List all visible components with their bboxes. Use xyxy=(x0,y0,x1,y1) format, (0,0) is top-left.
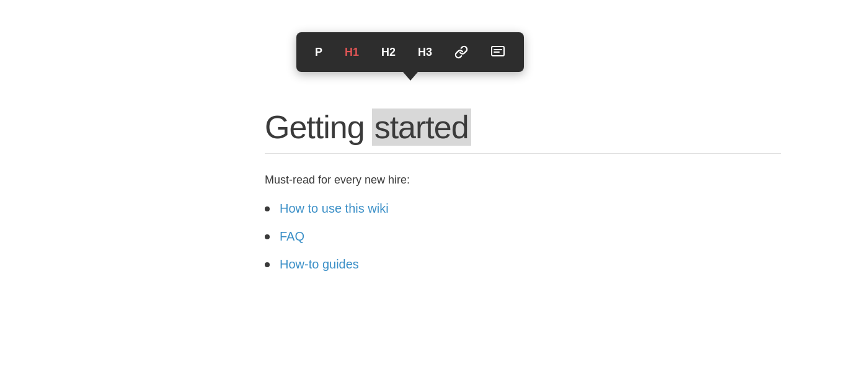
page-subtitle: Must-read for every new hire: xyxy=(265,174,781,187)
main-content: Getting started Must-read for every new … xyxy=(265,108,781,285)
list-item: How-to guides xyxy=(265,257,781,272)
bullet-dot xyxy=(265,262,270,267)
heading1-button[interactable]: H1 xyxy=(336,41,368,64)
heading2-button[interactable]: H2 xyxy=(373,41,404,64)
bullet-dot xyxy=(265,206,270,211)
wiki-link[interactable]: How to use this wiki xyxy=(280,202,389,216)
link-button[interactable] xyxy=(446,40,477,64)
link-icon xyxy=(454,45,468,59)
faq-link[interactable]: FAQ xyxy=(280,229,304,244)
heading3-button[interactable]: H3 xyxy=(409,41,441,64)
page-title-highlight: started xyxy=(372,108,471,146)
links-list: How to use this wiki FAQ How-to guides xyxy=(265,202,781,272)
comment-button[interactable] xyxy=(482,40,514,64)
page-title-prefix: Getting xyxy=(265,108,365,146)
comment-icon xyxy=(490,45,505,60)
formatting-toolbar: P H1 H2 H3 xyxy=(296,32,524,72)
bullet-dot xyxy=(265,234,270,239)
list-item: FAQ xyxy=(265,229,781,244)
svg-rect-0 xyxy=(492,46,504,56)
paragraph-button[interactable]: P xyxy=(306,41,331,64)
page-title-row: Getting started xyxy=(265,108,781,154)
howto-link[interactable]: How-to guides xyxy=(280,257,359,272)
page-content: P H1 H2 H3 Getti xyxy=(0,0,868,372)
list-item: How to use this wiki xyxy=(265,202,781,216)
